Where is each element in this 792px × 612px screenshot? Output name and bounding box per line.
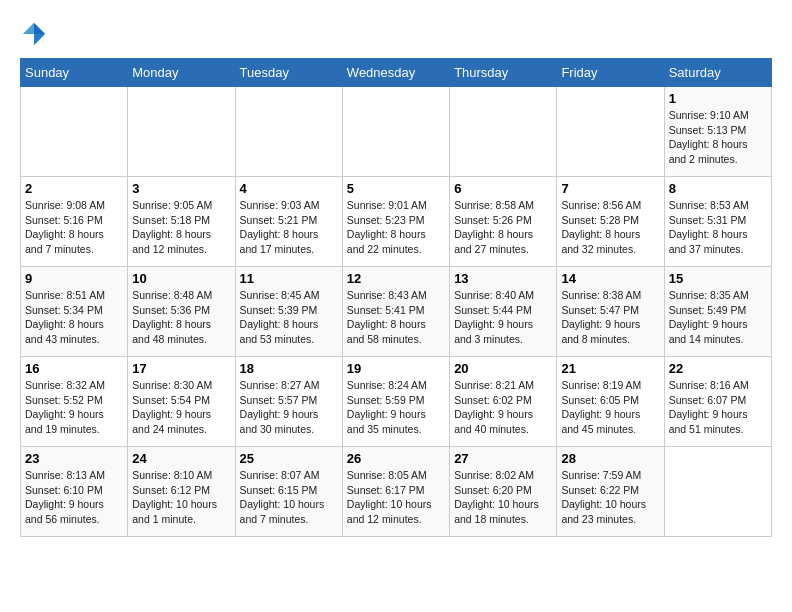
calendar-cell: 12Sunrise: 8:43 AM Sunset: 5:41 PM Dayli… [342, 267, 449, 357]
day-number: 14 [561, 271, 659, 286]
day-number: 23 [25, 451, 123, 466]
calendar-cell: 23Sunrise: 8:13 AM Sunset: 6:10 PM Dayli… [21, 447, 128, 537]
calendar-cell: 26Sunrise: 8:05 AM Sunset: 6:17 PM Dayli… [342, 447, 449, 537]
day-number: 25 [240, 451, 338, 466]
day-info: Sunrise: 8:16 AM Sunset: 6:07 PM Dayligh… [669, 378, 767, 437]
day-info: Sunrise: 8:40 AM Sunset: 5:44 PM Dayligh… [454, 288, 552, 347]
calendar-week-row: 16Sunrise: 8:32 AM Sunset: 5:52 PM Dayli… [21, 357, 772, 447]
header-day: Saturday [664, 59, 771, 87]
day-info: Sunrise: 8:53 AM Sunset: 5:31 PM Dayligh… [669, 198, 767, 257]
calendar-week-row: 2Sunrise: 9:08 AM Sunset: 5:16 PM Daylig… [21, 177, 772, 267]
day-number: 12 [347, 271, 445, 286]
calendar-week-row: 23Sunrise: 8:13 AM Sunset: 6:10 PM Dayli… [21, 447, 772, 537]
calendar-cell [557, 87, 664, 177]
calendar-cell [342, 87, 449, 177]
calendar-cell: 22Sunrise: 8:16 AM Sunset: 6:07 PM Dayli… [664, 357, 771, 447]
calendar-cell: 14Sunrise: 8:38 AM Sunset: 5:47 PM Dayli… [557, 267, 664, 357]
svg-marker-2 [34, 34, 45, 45]
day-info: Sunrise: 8:07 AM Sunset: 6:15 PM Dayligh… [240, 468, 338, 527]
calendar-cell: 11Sunrise: 8:45 AM Sunset: 5:39 PM Dayli… [235, 267, 342, 357]
calendar-cell: 17Sunrise: 8:30 AM Sunset: 5:54 PM Dayli… [128, 357, 235, 447]
day-info: Sunrise: 9:03 AM Sunset: 5:21 PM Dayligh… [240, 198, 338, 257]
calendar-week-row: 1Sunrise: 9:10 AM Sunset: 5:13 PM Daylig… [21, 87, 772, 177]
day-number: 26 [347, 451, 445, 466]
day-info: Sunrise: 8:51 AM Sunset: 5:34 PM Dayligh… [25, 288, 123, 347]
calendar-cell: 6Sunrise: 8:58 AM Sunset: 5:26 PM Daylig… [450, 177, 557, 267]
day-info: Sunrise: 9:05 AM Sunset: 5:18 PM Dayligh… [132, 198, 230, 257]
day-number: 10 [132, 271, 230, 286]
day-number: 21 [561, 361, 659, 376]
calendar-cell: 1Sunrise: 9:10 AM Sunset: 5:13 PM Daylig… [664, 87, 771, 177]
day-info: Sunrise: 8:19 AM Sunset: 6:05 PM Dayligh… [561, 378, 659, 437]
day-number: 11 [240, 271, 338, 286]
day-info: Sunrise: 8:21 AM Sunset: 6:02 PM Dayligh… [454, 378, 552, 437]
day-info: Sunrise: 8:02 AM Sunset: 6:20 PM Dayligh… [454, 468, 552, 527]
header-day: Wednesday [342, 59, 449, 87]
day-number: 18 [240, 361, 338, 376]
day-info: Sunrise: 8:58 AM Sunset: 5:26 PM Dayligh… [454, 198, 552, 257]
calendar-cell: 8Sunrise: 8:53 AM Sunset: 5:31 PM Daylig… [664, 177, 771, 267]
day-info: Sunrise: 8:56 AM Sunset: 5:28 PM Dayligh… [561, 198, 659, 257]
calendar-cell: 21Sunrise: 8:19 AM Sunset: 6:05 PM Dayli… [557, 357, 664, 447]
calendar-cell [21, 87, 128, 177]
day-info: Sunrise: 8:38 AM Sunset: 5:47 PM Dayligh… [561, 288, 659, 347]
calendar-cell: 24Sunrise: 8:10 AM Sunset: 6:12 PM Dayli… [128, 447, 235, 537]
svg-marker-1 [23, 23, 34, 34]
day-number: 5 [347, 181, 445, 196]
calendar-body: 1Sunrise: 9:10 AM Sunset: 5:13 PM Daylig… [21, 87, 772, 537]
day-info: Sunrise: 8:45 AM Sunset: 5:39 PM Dayligh… [240, 288, 338, 347]
calendar-cell: 28Sunrise: 7:59 AM Sunset: 6:22 PM Dayli… [557, 447, 664, 537]
calendar-cell [450, 87, 557, 177]
day-info: Sunrise: 8:24 AM Sunset: 5:59 PM Dayligh… [347, 378, 445, 437]
day-number: 17 [132, 361, 230, 376]
day-number: 6 [454, 181, 552, 196]
day-number: 9 [25, 271, 123, 286]
day-number: 28 [561, 451, 659, 466]
day-number: 8 [669, 181, 767, 196]
day-info: Sunrise: 8:35 AM Sunset: 5:49 PM Dayligh… [669, 288, 767, 347]
calendar-cell: 15Sunrise: 8:35 AM Sunset: 5:49 PM Dayli… [664, 267, 771, 357]
day-info: Sunrise: 8:13 AM Sunset: 6:10 PM Dayligh… [25, 468, 123, 527]
day-number: 7 [561, 181, 659, 196]
calendar-cell: 13Sunrise: 8:40 AM Sunset: 5:44 PM Dayli… [450, 267, 557, 357]
calendar-cell: 16Sunrise: 8:32 AM Sunset: 5:52 PM Dayli… [21, 357, 128, 447]
day-number: 24 [132, 451, 230, 466]
day-number: 3 [132, 181, 230, 196]
calendar-cell: 5Sunrise: 9:01 AM Sunset: 5:23 PM Daylig… [342, 177, 449, 267]
logo-icon [20, 20, 48, 48]
calendar-cell [128, 87, 235, 177]
day-info: Sunrise: 8:30 AM Sunset: 5:54 PM Dayligh… [132, 378, 230, 437]
day-info: Sunrise: 9:01 AM Sunset: 5:23 PM Dayligh… [347, 198, 445, 257]
day-number: 15 [669, 271, 767, 286]
header-row: SundayMondayTuesdayWednesdayThursdayFrid… [21, 59, 772, 87]
day-number: 27 [454, 451, 552, 466]
calendar-cell: 7Sunrise: 8:56 AM Sunset: 5:28 PM Daylig… [557, 177, 664, 267]
calendar-table: SundayMondayTuesdayWednesdayThursdayFrid… [20, 58, 772, 537]
day-number: 16 [25, 361, 123, 376]
calendar-cell: 19Sunrise: 8:24 AM Sunset: 5:59 PM Dayli… [342, 357, 449, 447]
day-info: Sunrise: 8:05 AM Sunset: 6:17 PM Dayligh… [347, 468, 445, 527]
day-info: Sunrise: 9:10 AM Sunset: 5:13 PM Dayligh… [669, 108, 767, 167]
header-day: Tuesday [235, 59, 342, 87]
day-number: 20 [454, 361, 552, 376]
header-day: Sunday [21, 59, 128, 87]
day-number: 2 [25, 181, 123, 196]
day-number: 4 [240, 181, 338, 196]
calendar-cell: 27Sunrise: 8:02 AM Sunset: 6:20 PM Dayli… [450, 447, 557, 537]
logo [20, 20, 52, 48]
day-number: 22 [669, 361, 767, 376]
day-info: Sunrise: 7:59 AM Sunset: 6:22 PM Dayligh… [561, 468, 659, 527]
calendar-cell: 20Sunrise: 8:21 AM Sunset: 6:02 PM Dayli… [450, 357, 557, 447]
calendar-cell: 25Sunrise: 8:07 AM Sunset: 6:15 PM Dayli… [235, 447, 342, 537]
day-info: Sunrise: 8:48 AM Sunset: 5:36 PM Dayligh… [132, 288, 230, 347]
day-number: 13 [454, 271, 552, 286]
svg-marker-0 [34, 23, 45, 34]
day-info: Sunrise: 9:08 AM Sunset: 5:16 PM Dayligh… [25, 198, 123, 257]
calendar-cell: 4Sunrise: 9:03 AM Sunset: 5:21 PM Daylig… [235, 177, 342, 267]
calendar-week-row: 9Sunrise: 8:51 AM Sunset: 5:34 PM Daylig… [21, 267, 772, 357]
calendar-cell: 18Sunrise: 8:27 AM Sunset: 5:57 PM Dayli… [235, 357, 342, 447]
day-info: Sunrise: 8:43 AM Sunset: 5:41 PM Dayligh… [347, 288, 445, 347]
calendar-cell: 9Sunrise: 8:51 AM Sunset: 5:34 PM Daylig… [21, 267, 128, 357]
calendar-cell [235, 87, 342, 177]
day-info: Sunrise: 8:32 AM Sunset: 5:52 PM Dayligh… [25, 378, 123, 437]
